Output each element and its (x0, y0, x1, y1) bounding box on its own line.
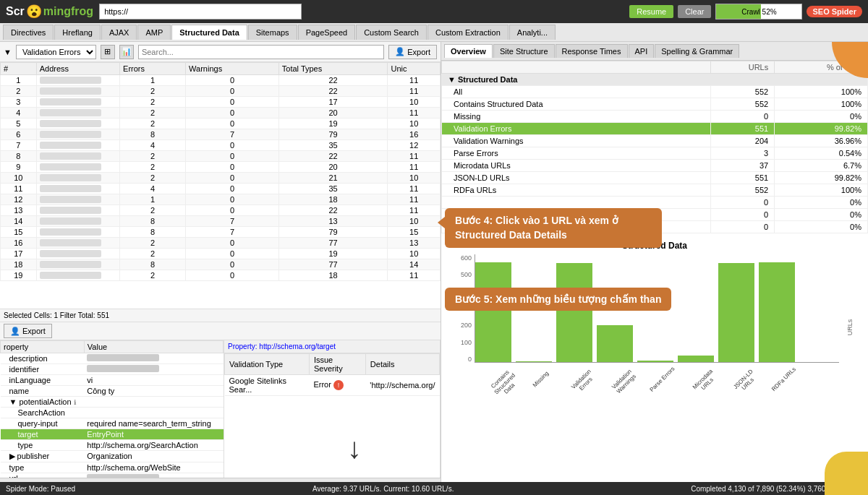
tab-ajax[interactable]: AJAX (101, 25, 137, 40)
sd-col-label (442, 61, 711, 74)
tab-overview[interactable]: Overview (444, 44, 493, 58)
cell-num: 10 (1, 173, 37, 184)
prop-key-cell: description (1, 353, 85, 364)
table-row[interactable]: 19 2 0 18 11 (1, 270, 441, 281)
cell-unique: 11 (388, 75, 441, 86)
col-unique: Unic (388, 63, 441, 75)
table-row[interactable]: 12 1 0 18 11 (1, 194, 441, 205)
val-col-type: Validation Type (225, 354, 310, 375)
cell-address (36, 162, 119, 173)
cell-address (36, 227, 119, 238)
val-col-details: Details (365, 354, 439, 375)
cell-errors: 2 (120, 238, 186, 249)
property-label: Property: (228, 343, 259, 350)
export-button-top[interactable]: 👤 Export (388, 45, 437, 59)
cell-errors: 8 (120, 129, 186, 140)
cell-total: 77 (278, 238, 388, 249)
cell-address (36, 108, 119, 119)
cell-errors: 1 (120, 194, 186, 205)
table-row[interactable]: 14 8 7 13 10 (1, 216, 441, 227)
sd-row[interactable]: Contains Structured Data 552 100% (442, 98, 868, 111)
right-tabs: Overview Site Structure Response Times A… (441, 42, 868, 61)
cell-total: 79 (278, 227, 388, 238)
filter-dropdown[interactable]: Validation Errors (16, 45, 96, 59)
cell-total: 13 (278, 216, 388, 227)
table-row[interactable]: 2 2 0 22 11 (1, 86, 441, 97)
cell-address (36, 119, 119, 129)
tab-custom-extraction[interactable]: Custom Extraction (427, 25, 509, 40)
table-row[interactable]: 5 2 0 19 10 (1, 119, 441, 129)
tab-response-times[interactable]: Response Times (556, 44, 628, 58)
url-input[interactable] (99, 4, 302, 20)
footer-left: Spider Mode: Paused (6, 485, 75, 493)
table-row[interactable]: 9 2 0 20 11 (1, 162, 441, 173)
tab-directives[interactable]: Directives (3, 25, 54, 40)
cell-unique: 12 (388, 140, 441, 151)
sd-row[interactable]: Validation Errors 551 99.82% (442, 123, 868, 135)
chart-x-label: Validation Errors (566, 364, 618, 400)
table-row[interactable]: 13 2 0 22 11 (1, 205, 441, 216)
resume-button[interactable]: Resume (629, 5, 673, 18)
chart-x-label: JSON-LD URLs (728, 364, 780, 400)
export-button-bottom[interactable]: 👤 Export (4, 324, 52, 338)
table-row[interactable]: 8 2 0 22 11 (1, 151, 441, 162)
tab-custom-search[interactable]: Custom Search (356, 25, 427, 40)
search-input[interactable] (138, 45, 384, 59)
tab-spelling-grammar[interactable]: Spelling & Grammar (655, 44, 739, 58)
table-row[interactable]: 10 2 0 21 10 (1, 173, 441, 184)
property-link[interactable]: http://schema.org/target (259, 343, 336, 350)
grid-view-button[interactable]: ⊞ (101, 45, 115, 59)
table-row[interactable]: 16 2 0 77 13 (1, 238, 441, 249)
tab-structured-data[interactable]: Structured Data (171, 25, 247, 40)
tab-analytics[interactable]: Analyti... (509, 25, 556, 40)
val-row: Google Sitelinks Sear... Error ! 'http:/… (225, 375, 440, 396)
tab-api[interactable]: API (629, 44, 655, 58)
cell-num: 12 (1, 194, 37, 205)
cell-errors: 2 (120, 108, 186, 119)
props-row: description (1, 353, 224, 364)
table-row[interactable]: 7 4 0 35 12 (1, 140, 441, 151)
table-row[interactable]: 3 2 0 17 10 (1, 97, 441, 108)
tab-site-structure[interactable]: Site Structure (493, 44, 555, 58)
table-row[interactable]: 17 2 0 19 10 (1, 249, 441, 259)
cell-warnings: 0 (186, 108, 279, 119)
y-label-0: 0 (448, 356, 472, 363)
cell-warnings: 0 (186, 162, 279, 173)
sd-row-pct: 0% (775, 197, 868, 209)
props-row: inLanguage vi (1, 375, 224, 386)
props-row: ▶ publisher Organization (1, 451, 224, 462)
sd-row[interactable]: RDFa URLs 552 100% (442, 184, 868, 197)
cell-address (36, 249, 119, 259)
table-row[interactable]: 6 8 7 79 16 (1, 129, 441, 140)
tab-amp[interactable]: AMP (137, 25, 171, 40)
blurred-address (40, 152, 101, 160)
tab-pagespeed[interactable]: PageSpeed (298, 25, 356, 40)
right-content: URLs % of Total ▼ Structured Data All 55… (441, 61, 868, 495)
cell-num: 8 (1, 151, 37, 162)
sd-row[interactable]: JSON-LD URLs 551 99.82% (442, 172, 868, 184)
table-row[interactable]: 1 1 0 22 11 (1, 75, 441, 86)
prop-val-cell: http://schema.org/WebSite (84, 462, 223, 473)
table-row[interactable]: 18 8 0 77 14 (1, 259, 441, 270)
cell-total: 17 (278, 97, 388, 108)
table-row[interactable]: 15 8 7 79 15 (1, 227, 441, 238)
sd-row-label: Validation Errors (442, 123, 711, 135)
chart-view-button[interactable]: 📊 (119, 45, 134, 59)
sd-row[interactable]: Parse Errors 3 0.54% (442, 147, 868, 160)
table-row[interactable]: 11 4 0 35 11 (1, 184, 441, 194)
bottom-filter-bar: 👤 Export (0, 322, 441, 340)
validation-header: Property: http://schema.org/target (224, 340, 440, 353)
tab-hreflang[interactable]: Hreflang (54, 25, 101, 40)
tab-sitemaps[interactable]: Sitemaps (248, 25, 297, 40)
sd-row[interactable]: Microdata URLs 37 6.7% (442, 160, 868, 172)
sd-row-urls: 551 (711, 172, 775, 184)
sd-row[interactable]: Missing 0 0% (442, 111, 868, 123)
chart-bar (759, 262, 795, 362)
sd-row[interactable]: All 552 100% (442, 86, 868, 98)
cell-total: 35 (278, 184, 388, 194)
sd-row-label: Microdata URLs (442, 160, 711, 172)
prop-key-cell: name (1, 386, 85, 397)
table-row[interactable]: 4 2 0 20 11 (1, 108, 441, 119)
clear-button[interactable]: Clear (678, 5, 711, 18)
sd-row[interactable]: Validation Warnings 204 36.96% (442, 135, 868, 147)
